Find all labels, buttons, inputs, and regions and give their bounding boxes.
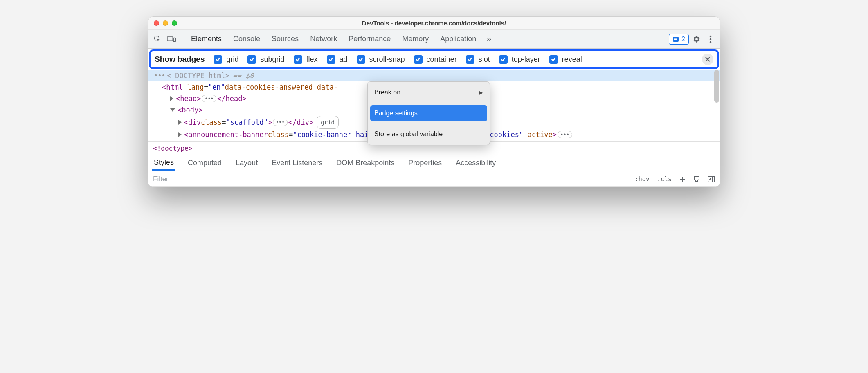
badge-label: grid (226, 55, 238, 64)
svg-rect-2 (173, 38, 175, 41)
kebab-menu-icon[interactable] (704, 33, 717, 45)
badge-toggle-reveal[interactable]: reveal (549, 55, 582, 64)
styles-filter-row: :hov .cls (148, 171, 720, 187)
window-controls (154, 20, 177, 26)
close-icon (705, 56, 711, 62)
main-toolbar: Elements Console Sources Network Perform… (148, 30, 720, 49)
separator (182, 34, 182, 44)
context-menu-item-break-on[interactable]: Break on ▶ (368, 84, 490, 101)
styles-tab-accessibility[interactable]: Accessibility (454, 156, 497, 170)
tab-network[interactable]: Network (305, 30, 342, 48)
styles-tab-computed[interactable]: Computed (186, 156, 223, 170)
issues-icon (672, 36, 679, 43)
badge-toggle-top-layer[interactable]: top-layer (499, 55, 540, 64)
cls-button[interactable]: .cls (654, 173, 674, 185)
checkbox-icon (549, 55, 558, 64)
checkbox-icon (214, 55, 222, 64)
tab-elements[interactable]: Elements (186, 30, 227, 48)
inspect-element-icon[interactable] (151, 33, 164, 45)
tab-console[interactable]: Console (228, 30, 265, 48)
checkbox-icon (357, 55, 365, 64)
tab-application[interactable]: Application (435, 30, 481, 48)
checkbox-icon (327, 55, 335, 64)
computed-panel-icon[interactable] (690, 173, 703, 185)
ellipsis-icon[interactable]: ••• (202, 95, 216, 102)
context-menu: Break on ▶ Badge settings… Store as glob… (367, 81, 490, 145)
styles-tab-event-listeners[interactable]: Event Listeners (270, 156, 324, 170)
overflow-dots-icon: ••• (154, 70, 165, 81)
menu-separator (371, 124, 486, 124)
tab-sources[interactable]: Sources (267, 30, 304, 48)
expand-caret-icon[interactable] (170, 96, 173, 101)
badge-label: container (427, 55, 457, 64)
badge-toggle-flex[interactable]: flex (294, 55, 318, 64)
expand-caret-icon[interactable] (178, 120, 182, 125)
badge-label: top-layer (512, 55, 540, 64)
context-menu-item-badge-settings[interactable]: Badge settings… (370, 105, 487, 121)
context-menu-item-store-global[interactable]: Store as global variable (368, 126, 490, 142)
scrollbar[interactable] (714, 70, 719, 103)
svg-rect-5 (674, 39, 677, 40)
badge-toggle-container[interactable]: container (414, 55, 457, 64)
badge-label: slot (479, 55, 490, 64)
collapse-caret-icon[interactable] (170, 108, 175, 112)
new-style-rule-button[interactable] (677, 173, 688, 185)
menu-item-label: Break on (374, 87, 400, 98)
minimize-window-button[interactable] (163, 20, 168, 26)
tab-label: Network (310, 35, 337, 43)
tab-label: Sources (272, 35, 299, 43)
close-badges-bar-button[interactable] (702, 54, 713, 65)
menu-separator (371, 103, 486, 103)
window-title: DevTools - developer.chrome.com/docs/dev… (148, 20, 720, 27)
issues-chip[interactable]: 2 (669, 34, 689, 45)
dom-tree[interactable]: ••• <!DOCTYPE html> == $0 <html lang="en… (148, 70, 720, 141)
badge-label: subgrid (260, 55, 284, 64)
tab-label: Console (233, 35, 260, 43)
badge-toggle-grid[interactable]: grid (214, 55, 238, 64)
checkbox-icon (466, 55, 474, 64)
show-badges-label: Show badges (155, 55, 205, 64)
styles-tab-properties[interactable]: Properties (407, 156, 443, 170)
settings-gear-icon[interactable] (690, 33, 703, 45)
svg-point-7 (710, 38, 712, 40)
device-toggle-icon[interactable] (165, 33, 178, 45)
show-badges-bar: Show badges grid subgrid flex ad scroll-… (149, 49, 719, 69)
menu-item-label: Badge settings… (374, 108, 424, 119)
panel-icon (708, 176, 715, 182)
badge-toggle-subgrid[interactable]: subgrid (247, 55, 284, 64)
more-tabs-chevron-icon[interactable]: » (483, 33, 495, 45)
badge-toggle-scroll-snap[interactable]: scroll-snap (357, 55, 405, 64)
expand-caret-icon[interactable] (178, 132, 182, 137)
styles-filter-input[interactable] (151, 171, 630, 186)
svg-point-8 (710, 41, 712, 43)
toggle-sidebar-icon[interactable] (705, 173, 717, 185)
badge-label: flex (306, 55, 318, 64)
dom-node-doctype[interactable]: ••• <!DOCTYPE html> == $0 (148, 70, 720, 81)
ellipsis-icon[interactable]: ••• (273, 119, 288, 126)
badge-label: reveal (562, 55, 582, 64)
styles-tab-layout[interactable]: Layout (234, 156, 259, 170)
tab-performance[interactable]: Performance (344, 30, 396, 48)
badge-toggle-ad[interactable]: ad (327, 55, 348, 64)
grid-badge[interactable]: grid (317, 116, 339, 129)
tab-memory[interactable]: Memory (397, 30, 434, 48)
badge-label: ad (340, 55, 348, 64)
tab-label: Application (440, 35, 476, 43)
checkbox-icon (499, 55, 508, 64)
badge-label: scroll-snap (369, 55, 405, 64)
close-window-button[interactable] (154, 20, 159, 26)
breadcrumb-item: <!doctype> (153, 144, 192, 152)
svg-rect-13 (694, 176, 699, 180)
ellipsis-icon[interactable]: ••• (558, 131, 572, 138)
plus-icon (679, 176, 686, 182)
badge-toggle-slot[interactable]: slot (466, 55, 490, 64)
checkbox-icon (414, 55, 423, 64)
styles-tab-dom-breakpoints[interactable]: DOM Breakpoints (335, 156, 396, 170)
styles-tab-styles[interactable]: Styles (152, 156, 175, 171)
submenu-arrow-icon: ▶ (479, 87, 483, 98)
svg-point-6 (710, 35, 712, 37)
hov-button[interactable]: :hov (632, 173, 652, 185)
svg-rect-4 (674, 38, 677, 39)
devtools-window: DevTools - developer.chrome.com/docs/dev… (148, 16, 720, 187)
zoom-window-button[interactable] (172, 20, 177, 26)
